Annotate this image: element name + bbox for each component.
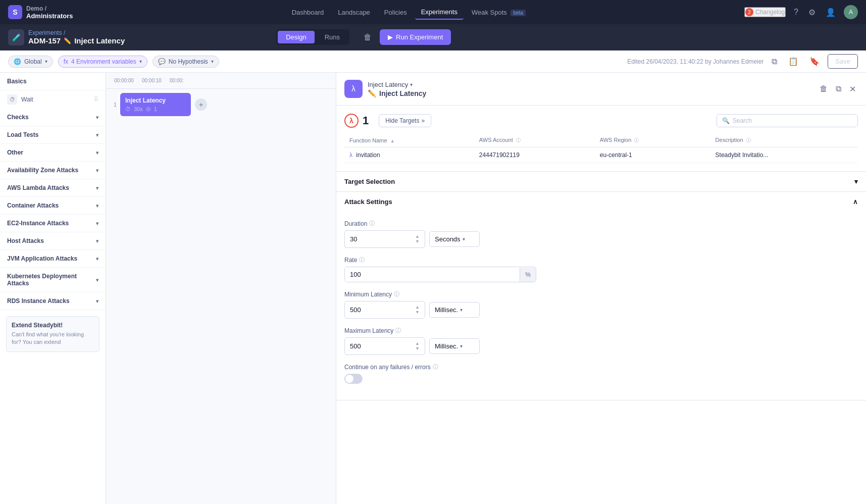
changelog-button[interactable]: 2 Changelog xyxy=(744,7,786,17)
timeline-header: 00:00:00 00:00:10 00:00: xyxy=(106,73,336,89)
delete-detail-button[interactable]: 🗑 xyxy=(818,82,830,95)
env-vars-chevron-icon: ▾ xyxy=(139,59,142,64)
max-latency-info-icon[interactable]: ⓘ xyxy=(395,327,401,334)
wait-icon: ⏱ xyxy=(7,94,17,105)
min-latency-stepper: ▲ ▼ xyxy=(415,305,420,315)
continue-info-icon[interactable]: ⓘ xyxy=(433,363,438,371)
attack-settings-header[interactable]: Attack Settings ∧ xyxy=(336,192,866,212)
min-latency-info-icon[interactable]: ⓘ xyxy=(394,290,399,298)
nav-link-experiments[interactable]: Experiments xyxy=(415,5,464,20)
target-count: λ 1 xyxy=(344,114,369,128)
duration-stepper: ▲ ▼ xyxy=(415,234,420,244)
sidebar-section-load-tests[interactable]: Load Tests ▾ xyxy=(0,126,106,144)
global-pill[interactable]: 🌐 Global ▾ xyxy=(8,56,53,68)
copy-detail-button[interactable]: ⧉ xyxy=(834,82,843,95)
drag-handle-icon[interactable]: ⠿ xyxy=(94,96,98,103)
col-aws-account[interactable]: AWS Account ⓘ xyxy=(474,134,595,147)
max-latency-input[interactable]: 500 ▲ ▼ xyxy=(344,337,425,355)
export-button[interactable]: 📋 xyxy=(785,55,801,68)
sidebar-section-checks[interactable]: Checks ▾ xyxy=(0,109,106,126)
hypothesis-pill[interactable]: 💬 No Hypothesis ▾ xyxy=(152,56,219,68)
continue-toggle[interactable] xyxy=(344,374,363,384)
run-experiment-button[interactable]: ▶ Run Experiment xyxy=(380,29,451,45)
tab-runs[interactable]: Runs xyxy=(317,31,348,43)
help-button[interactable]: ? xyxy=(792,6,800,19)
cell-fn-name: λ invitation xyxy=(344,147,474,163)
wait-item: ⏱ Wait ⠿ xyxy=(0,90,106,109)
nav-link-landscape[interactable]: Landscape xyxy=(332,6,376,19)
sidebar-section-basics[interactable]: Basics xyxy=(0,73,106,90)
col-description[interactable]: Description ⓘ xyxy=(710,134,858,147)
max-latency-unit-dropdown[interactable]: Millisec. ▾ xyxy=(429,338,480,354)
edit-title-icon[interactable]: ✏️ xyxy=(64,37,71,44)
global-chevron-icon: ▾ xyxy=(45,59,47,64)
fx-icon: fx xyxy=(64,58,68,65)
sidebar-section-az-attacks[interactable]: Availability Zone Attacks ▾ xyxy=(0,162,106,179)
sidebar-section-other[interactable]: Other ▾ xyxy=(0,144,106,162)
sidebar-section-container-attacks[interactable]: Container Attacks ▾ xyxy=(0,197,106,215)
min-latency-unit-dropdown[interactable]: Millisec. ▾ xyxy=(429,302,480,318)
user-button[interactable]: 👤 xyxy=(824,6,838,19)
env-vars-pill[interactable]: fx 4 Environment variables ▾ xyxy=(58,56,147,68)
edit-detail-icon[interactable]: ✏️ xyxy=(368,89,376,97)
settings-button[interactable]: ⚙ xyxy=(806,6,818,19)
app-icon: S xyxy=(8,5,22,19)
target-selection-header[interactable]: Target Selection ▾ xyxy=(336,172,866,191)
col-aws-region[interactable]: AWS Region ⓘ xyxy=(595,134,710,147)
max-latency-up-button[interactable]: ▲ xyxy=(415,341,420,346)
sort-description-icon: ⓘ xyxy=(746,138,751,143)
rate-info-icon[interactable]: ⓘ xyxy=(359,256,365,264)
save-button[interactable]: Save xyxy=(828,54,858,69)
target-search-field[interactable]: 🔍 Search xyxy=(717,114,858,127)
sidebar-section-aws-lambda-attacks[interactable]: AWS Lambda Attacks ▾ xyxy=(0,179,106,197)
min-latency-unit-chevron-icon: ▾ xyxy=(460,307,463,313)
clock-icon: ⏱ xyxy=(125,106,131,112)
rate-label: Rate ⓘ xyxy=(344,256,858,264)
sidebar-section-k8s-attacks[interactable]: Kubernetes Deployment Attacks ▾ xyxy=(0,268,106,292)
detail-header-dropdown[interactable]: Inject Latency ▾ xyxy=(368,81,812,88)
duration-up-button[interactable]: ▲ xyxy=(415,234,420,239)
min-latency-label: Minimum Latency ⓘ xyxy=(344,290,858,298)
sidebar-section-jvm-attacks[interactable]: JVM Application Attacks ▾ xyxy=(0,250,106,268)
edit-info: Edited 26/04/2023, 11:40:22 by Johannes … xyxy=(627,58,763,65)
duration-unit-dropdown[interactable]: Seconds ▾ xyxy=(429,231,480,247)
role-label: Administrators xyxy=(26,12,73,20)
duration-info-icon[interactable]: ⓘ xyxy=(369,220,375,227)
tab-design[interactable]: Design xyxy=(278,31,314,43)
delete-experiment-button[interactable]: 🗑 xyxy=(362,31,374,44)
rate-input[interactable] xyxy=(345,267,520,282)
nav-link-policies[interactable]: Policies xyxy=(378,6,413,19)
timeline-time-2: 00:00: xyxy=(166,78,188,83)
sort-aws-account-icon: ⓘ xyxy=(516,138,521,143)
copy-button[interactable]: ⧉ xyxy=(769,55,780,68)
cell-aws-account: 244471902119 xyxy=(474,147,595,163)
duration-input[interactable]: 30 ▲ ▼ xyxy=(344,230,425,248)
duration-down-button[interactable]: ▼ xyxy=(415,239,420,244)
min-latency-up-button[interactable]: ▲ xyxy=(415,305,420,310)
timeline-content: 1 Inject Latency ⏱ 30s ◎ 1 + xyxy=(106,89,336,504)
close-detail-button[interactable]: ✕ xyxy=(847,82,858,96)
sidebar-section-host-attacks[interactable]: Host Attacks ▾ xyxy=(0,232,106,250)
duration-field: Duration ⓘ 30 ▲ ▼ Seconds xyxy=(344,220,858,248)
sidebar-section-ec2-attacks[interactable]: EC2-Instance Attacks ▾ xyxy=(0,215,106,232)
min-latency-input[interactable]: 500 ▲ ▼ xyxy=(344,301,425,319)
top-nav-actions: 2 Changelog ? ⚙ 👤 A xyxy=(744,5,858,19)
lambda-icon: λ xyxy=(344,80,363,98)
checks-chevron-icon: ▾ xyxy=(96,115,98,120)
hide-targets-button[interactable]: Hide Targets » xyxy=(379,114,431,127)
nav-link-weakspots[interactable]: Weak Spots beta xyxy=(466,6,532,19)
add-step-button[interactable]: + xyxy=(195,98,207,111)
avatar[interactable]: A xyxy=(844,5,858,19)
row-number: 1 xyxy=(110,102,120,108)
nav-link-dashboard[interactable]: Dashboard xyxy=(286,6,330,19)
sidebar-section-rds-attacks[interactable]: RDS Instance Attacks ▾ xyxy=(0,292,106,310)
org-logo[interactable]: S Demo / Administrators xyxy=(8,5,73,20)
max-latency-label: Maximum Latency ⓘ xyxy=(344,327,858,334)
rate-input-wrapper: % xyxy=(344,267,536,282)
bookmark-button[interactable]: 🔖 xyxy=(806,55,823,68)
max-latency-down-button[interactable]: ▼ xyxy=(415,346,420,351)
beta-badge: beta xyxy=(511,10,525,16)
min-latency-down-button[interactable]: ▼ xyxy=(415,310,420,315)
col-fn-name[interactable]: Function Name ▲ xyxy=(344,134,474,147)
inject-latency-block[interactable]: Inject Latency ⏱ 30s ◎ 1 xyxy=(120,93,191,116)
